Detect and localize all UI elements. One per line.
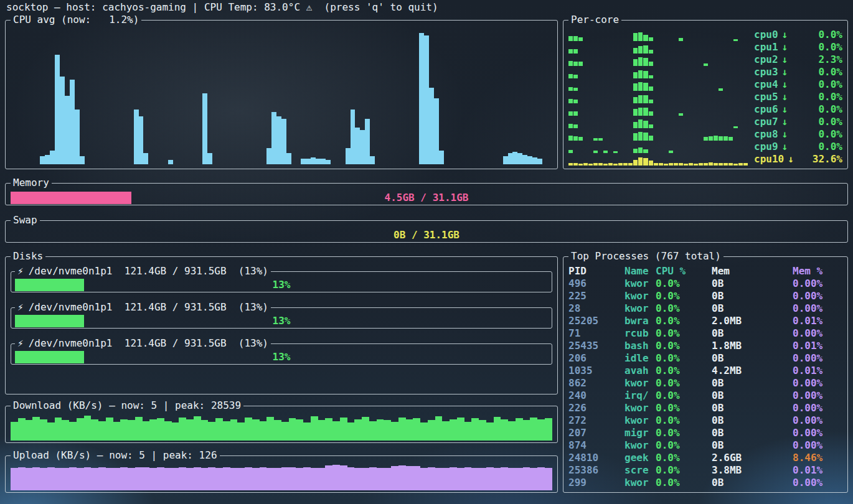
chart-bar [573, 36, 578, 41]
memory-usage-label: 4.5GB / 31.1GB [11, 192, 842, 204]
chart-bar [532, 157, 537, 164]
chart-bar [377, 468, 384, 490]
chart-bar [545, 418, 552, 441]
chart-bar [512, 152, 517, 164]
chart-bar [318, 420, 326, 441]
chart-bar [464, 422, 472, 441]
core-label: cpu6↓0.0% [754, 103, 842, 116]
process-name: idle [624, 352, 656, 365]
process-mem: 0B [712, 414, 793, 427]
chart-bar [486, 467, 494, 490]
chart-bar [643, 133, 648, 141]
chart-bar [157, 467, 164, 490]
chart-bar [351, 110, 356, 164]
chart-bar [568, 124, 573, 128]
process-pid: 225 [568, 290, 624, 302]
chart-bar [365, 119, 370, 164]
chart-bar [420, 468, 428, 490]
chart-bar [157, 418, 164, 441]
process-table-body: 496kwor0.0%0B0.00%225kwor0.0%0B0.00%28kw… [568, 278, 842, 489]
chart-bar [439, 151, 444, 164]
chart-bar [296, 468, 303, 490]
arrow-down-icon: ↓ [782, 78, 788, 91]
chart-bar [303, 422, 311, 441]
chart-bar [523, 467, 530, 490]
chart-bar [714, 163, 718, 166]
process-cpu-pct: 0.0% [656, 278, 712, 290]
chart-bar [679, 163, 683, 166]
chart-bar [316, 159, 321, 164]
chart-bar [354, 419, 362, 441]
process-mem-pct: 0.00% [793, 352, 842, 365]
chart-bar [406, 466, 413, 490]
chart-bar [201, 420, 209, 441]
chart-bar [669, 163, 673, 166]
chart-bar [413, 466, 420, 490]
chart-bar [223, 467, 230, 490]
process-name: kwor [624, 477, 656, 489]
chart-bar [568, 99, 573, 103]
chart-bar [321, 159, 326, 164]
chart-bar [106, 468, 113, 490]
chart-bar [508, 153, 513, 164]
chart-bar [194, 416, 201, 441]
download-panel: Download (KB/s) — now: 5 | peak: 28539 [5, 399, 558, 443]
chart-bar [168, 160, 173, 164]
process-mem-pct: 0.00% [793, 477, 842, 489]
process-mem-pct: 0.00% [793, 427, 842, 439]
core-label: cpu2↓2.3% [754, 54, 842, 66]
upload-panel: Upload (KB/s) — now: 5 | peak: 126 [5, 449, 558, 493]
disk-entry-title: ⚡/dev/nvme0n1p1 121.4GB / 931.5GB (13%) [15, 265, 271, 278]
process-mem: 1.8MB [712, 340, 793, 352]
chart-bar [201, 468, 209, 490]
chart-bar [583, 163, 588, 166]
chart-bar [709, 136, 713, 141]
chart-bar [733, 164, 738, 166]
core-row-cpu8: cpu8↓0.0% [568, 128, 842, 141]
chart-bar [306, 159, 311, 164]
chart-bar [172, 422, 179, 441]
arrow-down-icon: ↓ [782, 128, 788, 141]
swap-panel: Swap 0B / 31.1GB [5, 214, 848, 243]
chart-bar [186, 419, 194, 441]
chart-bar [428, 420, 435, 441]
chart-bar [134, 110, 139, 164]
per-core-rows: cpu0↓0.0%cpu1↓0.0%cpu2↓2.3%cpu3↓0.0%cpu4… [568, 29, 842, 166]
chart-bar [362, 468, 369, 490]
core-row-cpu10: cpu10↓32.6% [568, 153, 842, 166]
chart-bar [143, 153, 148, 164]
chart-bar [281, 422, 289, 441]
chart-bar [113, 422, 121, 441]
chart-bar [360, 130, 365, 164]
process-name: bwra [624, 315, 656, 327]
chart-bar [537, 467, 545, 490]
disk-entry: ⚡/dev/nvme0n1p1 121.4GB / 931.5GB (13%) … [11, 301, 552, 329]
chart-bar [91, 468, 98, 490]
process-mem-pct: 0.00% [793, 390, 842, 402]
chart-bar [303, 467, 311, 490]
core-label: cpu4↓0.0% [754, 78, 842, 91]
core-usage-pct: 0.0% [818, 41, 842, 54]
chart-bar [391, 466, 398, 490]
chart-bar [179, 418, 186, 441]
chart-bar [55, 55, 60, 164]
chart-bar [424, 35, 429, 164]
core-history-chart [568, 144, 748, 153]
cpu-avg-title: CPU avg (now: 1.2%) [11, 14, 141, 26]
process-cpu-pct: 0.0% [656, 464, 712, 477]
chart-bar [638, 119, 643, 128]
process-mem: 0B [712, 477, 793, 489]
process-mem: 0B [712, 327, 793, 340]
process-mem-pct: 0.00% [793, 278, 842, 290]
chart-bar [266, 417, 274, 441]
disk-usage-pct: 13% [15, 351, 548, 363]
core-label: cpu9↓0.0% [754, 141, 842, 153]
process-mem-pct: 0.01% [793, 340, 842, 352]
chart-bar [435, 468, 443, 490]
chart-bar [568, 74, 573, 78]
chart-bar [649, 136, 653, 141]
chart-bar [638, 132, 643, 141]
core-row-cpu0: cpu0↓0.0% [568, 29, 842, 41]
process-mem-pct: 8.46% [793, 452, 842, 464]
chart-bar [638, 108, 643, 116]
